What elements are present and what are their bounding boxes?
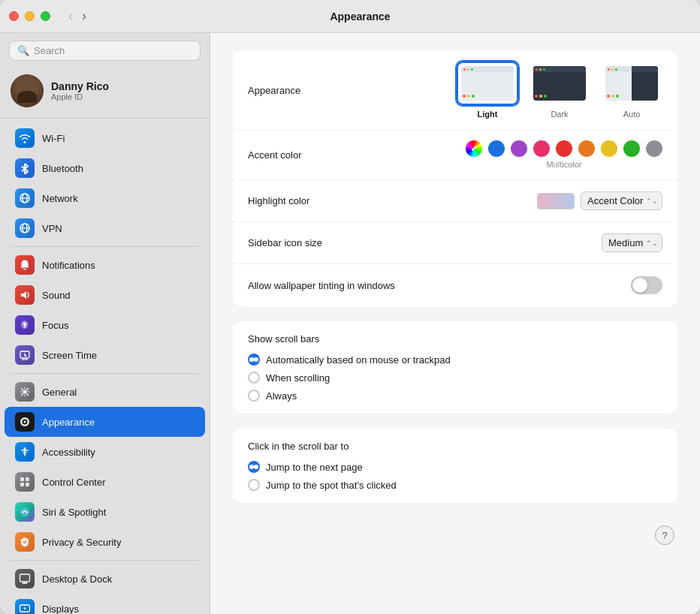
accent-dot-orange[interactable] [578,140,595,157]
click-spot-radio[interactable] [248,479,260,491]
sidebar-item-appearance[interactable]: Appearance [5,407,205,437]
wallpaper-tinting-control [398,276,662,294]
search-input[interactable] [34,45,192,56]
accent-dot-gray[interactable] [646,140,662,157]
thumb-dot [467,68,469,71]
sidebar-icon-size-wrapper: Small Medium Large [602,233,662,252]
bluetooth-icon [15,158,35,178]
avatar [11,74,44,107]
scroll-auto-option[interactable]: Automatically based on mouse or trackpad [248,354,662,366]
sidebar-item-label: Network [42,193,78,204]
accent-dot-blue[interactable] [488,140,505,157]
back-button[interactable]: ‹ [65,7,76,26]
accent-dot-multicolor[interactable] [466,140,482,157]
title-bar: ‹ › Appearance [0,0,700,33]
main-content: Appearance [210,33,700,614]
svg-point-11 [24,447,26,450]
minimize-button[interactable] [25,11,35,21]
appearance-option-dark[interactable]: Dark [529,62,590,119]
click-next-page-option[interactable]: Jump to the next page [248,461,662,473]
sidebar-item-notifications[interactable]: Notifications [5,250,205,280]
scroll-scrolling-label: When scrolling [266,372,330,384]
highlight-select-wrapper: Accent Color Blue Purple Pink Red Orange… [581,191,662,210]
user-info: Danny Rico Apple ID [51,80,109,101]
forward-button[interactable]: › [79,7,89,26]
svg-rect-14 [20,483,24,486]
sidebar-icon-size-select[interactable]: Small Medium Large [602,233,662,252]
wallpaper-tinting-row: Allow wallpaper tinting in windows [233,264,677,306]
scroll-auto-radio[interactable] [248,354,260,366]
search-bar[interactable]: 🔍 [9,41,201,61]
sidebar-item-desktop[interactable]: Desktop & Dock [5,564,205,594]
appearance-thumb-light [457,62,518,105]
svg-point-10 [24,421,26,423]
accent-dot-purple[interactable] [511,140,527,157]
accent-color-row-dots [466,140,662,157]
sidebar-item-vpn[interactable]: VPN [5,213,205,243]
sidebar-item-privacy[interactable]: Privacy & Security [5,527,205,557]
sidebar-item-focus[interactable]: Focus [5,310,205,340]
sidebar-item-wifi[interactable]: Wi-Fi [5,123,205,153]
sidebar-item-controlcenter[interactable]: Control Center [5,467,205,497]
click-next-page-radio[interactable] [248,461,260,473]
sidebar-item-label: Focus [42,320,68,331]
svg-rect-12 [20,477,24,481]
click-next-page-label: Jump to the next page [266,462,363,473]
scroll-always-radio[interactable] [248,390,260,402]
sidebar-item-label: Notifications [42,260,95,271]
accent-dot-pink[interactable] [533,140,550,157]
sidebar-item-bluetooth[interactable]: Bluetooth [5,153,205,183]
accent-color-label: Accent color [248,149,398,161]
sidebar-item-label: Wi-Fi [42,133,65,144]
accent-dot-yellow[interactable] [601,140,617,157]
accent-colors: Multicolor [466,140,662,169]
click-scroll-section: Click in the scroll bar to Jump to the n… [233,429,677,503]
sidebar-item-label: Privacy & Security [42,537,121,548]
sidebar-item-general[interactable]: General [5,377,205,407]
appearance-thumb-auto [601,62,662,105]
general-icon [15,382,35,402]
svg-rect-15 [26,483,29,486]
wallpaper-tinting-toggle[interactable] [631,276,662,294]
sidebar-item-accessibility[interactable]: Accessibility [5,437,205,467]
sidebar-divider-3 [11,373,199,374]
appearance-label-dark: Dark [551,110,568,119]
maximize-button[interactable] [41,11,50,21]
scroll-always-option[interactable]: Always [248,390,662,402]
sidebar-item-screentime[interactable]: Screen Time [5,340,205,370]
highlight-control: Accent Color Blue Purple Pink Red Orange… [537,191,662,210]
show-scroll-bars-title: Show scroll bars [248,333,662,345]
appearance-option-auto[interactable]: Auto [601,62,662,119]
screentime-icon [15,345,35,365]
appearance-option-light[interactable]: Light [457,62,518,119]
sidebar-item-label: VPN [42,223,62,234]
scroll-always-label: Always [266,390,297,402]
help-button[interactable]: ? [655,525,674,545]
svg-point-7 [23,390,27,394]
sidebar-item-sound[interactable]: Sound [5,280,205,310]
accent-dot-green[interactable] [623,140,640,157]
highlight-select[interactable]: Accent Color Blue Purple Pink Red Orange… [581,191,662,210]
sidebar-list: Wi-Fi Bluetooth [0,122,210,614]
appearance-section: Appearance [233,51,677,306]
appearance-row-label: Appearance [248,85,398,96]
sidebar: 🔍 Danny Rico Apple ID [0,33,210,614]
accent-dot-red[interactable] [556,140,572,157]
accent-color-row: Accent color [233,130,677,180]
sidebar-icon-size-label: Sidebar icon size [248,237,398,248]
close-button[interactable] [9,11,19,21]
sidebar-item-label: General [42,387,77,398]
click-spot-option[interactable]: Jump to the spot that's clicked [248,479,662,491]
sidebar-item-siri[interactable]: Siri & Spotlight [5,497,205,527]
sidebar-divider-4 [11,560,199,561]
click-scroll-radio-group: Jump to the next page Jump to the spot t… [248,461,662,491]
scroll-scrolling-radio[interactable] [248,372,260,384]
sidebar-item-displays[interactable]: Displays [5,594,205,614]
sidebar-item-network[interactable]: Network [5,183,205,213]
thumb-dot [471,68,473,71]
scroll-scrolling-option[interactable]: When scrolling [248,372,662,384]
sidebar-item-label: Bluetooth [42,163,83,174]
user-profile[interactable]: Danny Rico Apple ID [0,67,210,115]
appearance-options-control: Light [398,62,662,119]
click-spot-label: Jump to the spot that's clicked [266,480,397,491]
